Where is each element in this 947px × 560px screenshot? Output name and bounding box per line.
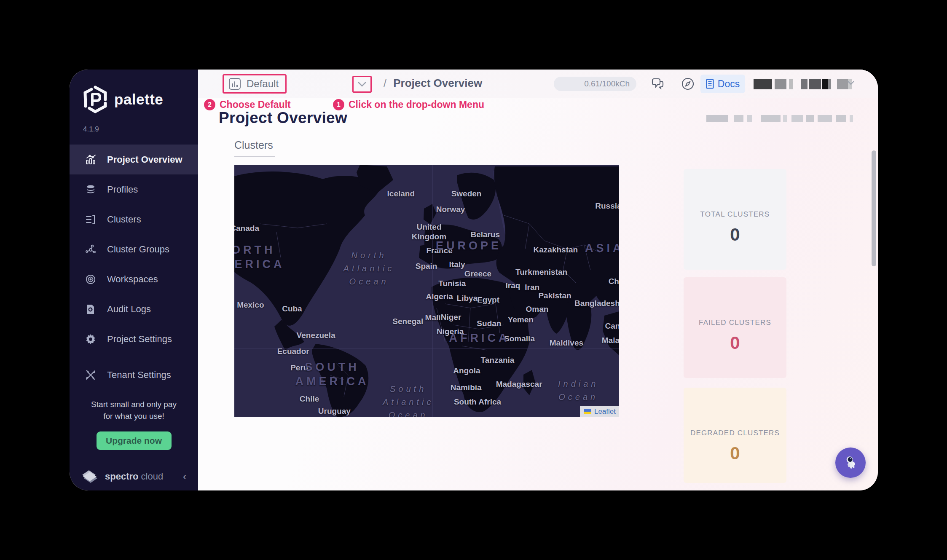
upgrade-now-button[interactable]: Upgrade now <box>97 431 172 450</box>
redacted-block <box>752 115 761 122</box>
redacted-block <box>809 79 821 89</box>
sidebar-item-audit-logs[interactable]: Audit Logs <box>70 294 198 324</box>
redacted-block <box>743 115 747 122</box>
redacted-block <box>831 79 837 89</box>
sidebar-item-label: Tenant Settings <box>107 370 171 380</box>
world-landmass <box>234 165 619 417</box>
ukraine-flag-icon <box>584 409 591 414</box>
sidebar-item-label: Project Overview <box>107 154 182 165</box>
redacted-block <box>706 115 728 122</box>
profiles-icon <box>84 183 97 196</box>
spectro-cloud-wordmark: spectro cloud <box>105 471 163 482</box>
annotation-number-badge: 1 <box>333 99 344 110</box>
docs-label: Docs <box>718 78 740 90</box>
sidebar-item-project-overview[interactable]: Project Overview <box>70 145 198 174</box>
upgrade-promo: Start small and only pay for what you us… <box>70 399 198 462</box>
redacted-block <box>754 79 772 89</box>
chevron-down-icon <box>357 81 367 87</box>
sidebar-item-cluster-groups[interactable]: Cluster Groups <box>70 234 198 264</box>
stat-card-total-clusters: TOTAL CLUSTERS0 <box>684 169 786 270</box>
project-dropdown-button[interactable] <box>352 76 372 93</box>
redacted-block <box>761 115 781 122</box>
stat-card-label: FAILED CLUSTERS <box>699 319 771 327</box>
project-settings-icon <box>84 333 97 346</box>
breadcrumb-separator: / <box>384 77 386 90</box>
redacted-block <box>846 115 850 122</box>
redacted-block <box>783 115 787 122</box>
stat-card-degraded-clusters: DEGRADED CLUSTERS0 <box>684 388 786 483</box>
redacted-block <box>850 115 853 122</box>
tenant-settings-icon <box>84 369 97 381</box>
redacted-block <box>775 79 786 89</box>
sidebar-item-label: Workspaces <box>107 274 158 285</box>
brand-row: palette <box>70 70 198 113</box>
app-version: 4.1.9 <box>70 113 198 145</box>
annotation-step-2: 2Choose Default <box>204 99 291 110</box>
redacted-block <box>787 115 791 122</box>
annotation-step-1: 1Click on the drop-down Menu <box>333 99 484 110</box>
redacted-block <box>818 115 832 122</box>
sidebar-collapse-icon[interactable]: ‹ <box>183 471 186 482</box>
stat-card-failed-clusters: FAILED CLUSTERS0 <box>684 277 786 378</box>
cluster-groups-icon <box>84 243 97 256</box>
workspaces-icon <box>84 273 97 286</box>
sidebar-item-workspaces[interactable]: Workspaces <box>70 264 198 294</box>
header-redacted-text <box>706 115 853 122</box>
stat-card-value: 0 <box>730 443 740 464</box>
page-title: Project Overview <box>219 109 347 127</box>
palette-logo-icon <box>82 86 108 113</box>
screenshot-letterbox: palette 4.1.9 Project OverviewProfilesCl… <box>0 0 947 560</box>
sidebar-item-tenant-settings[interactable]: Tenant Settings <box>70 360 198 390</box>
tab-underline <box>234 156 275 157</box>
brand-name: palette <box>114 91 163 108</box>
docs-book-icon <box>706 79 714 89</box>
redacted-block <box>814 115 818 122</box>
redacted-block <box>734 115 743 122</box>
redacted-block <box>789 79 793 89</box>
annotation-text: Choose Default <box>220 99 291 110</box>
assistant-fab-button[interactable] <box>835 447 866 478</box>
sidebar-item-profiles[interactable]: Profiles <box>70 174 198 204</box>
redacted-block <box>747 115 752 122</box>
redacted-block <box>791 115 803 122</box>
scrollbar-thumb[interactable] <box>872 150 876 266</box>
annotation-number-badge: 2 <box>204 99 215 110</box>
usage-badge: 0.61/100kCh <box>554 77 636 91</box>
sidebar-item-label: Audit Logs <box>107 304 151 315</box>
sidebar-item-label: Cluster Groups <box>107 244 169 255</box>
sidebar-nav: Project OverviewProfilesClustersCluster … <box>70 145 198 390</box>
project-chart-icon <box>229 78 241 90</box>
breadcrumb-current[interactable]: Project Overview <box>393 77 482 90</box>
sidebar-item-label: Project Settings <box>107 334 172 345</box>
sidebar-item-clusters[interactable]: Clusters <box>70 204 198 234</box>
spectro-cloud-logo-icon <box>80 468 99 485</box>
sidebar: palette 4.1.9 Project OverviewProfilesCl… <box>70 70 198 490</box>
redacted-block <box>793 79 801 89</box>
stat-card-label: DEGRADED CLUSTERS <box>690 429 780 437</box>
sidebar-item-label: Clusters <box>107 214 141 225</box>
leaflet-link[interactable]: Leaflet <box>594 407 616 416</box>
docs-button[interactable]: Docs <box>700 75 745 93</box>
sidebar-footer: spectro cloud ‹ <box>70 462 198 490</box>
breadcrumb: / Project Overview <box>384 77 482 90</box>
project-selector[interactable]: Default <box>223 74 287 94</box>
annotation-text: Click on the drop-down Menu <box>349 99 484 110</box>
sidebar-item-label: Profiles <box>107 184 138 195</box>
main-content: Default / Project Overview 0.61/100kCh D… <box>198 70 878 490</box>
redacted-block <box>728 115 734 122</box>
user-menu-redacted[interactable] <box>754 79 852 89</box>
compass-icon[interactable] <box>679 75 696 92</box>
redacted-block <box>822 79 828 89</box>
redacted-block <box>837 79 848 89</box>
map-attribution: Leaflet <box>580 406 619 417</box>
chat-icon[interactable] <box>649 75 666 92</box>
tab-clusters[interactable]: Clusters <box>234 139 273 151</box>
promo-text: Start small and only pay for what you us… <box>78 399 190 422</box>
clusters-world-map[interactable]: CanadaIcelandSwedenNorwayRussiaUnited Ki… <box>234 165 619 417</box>
project-selector-label: Default <box>247 78 279 90</box>
redacted-block <box>832 115 836 122</box>
stat-card-value: 0 <box>730 333 740 353</box>
user-chevron-down-icon[interactable] <box>847 80 855 86</box>
sidebar-item-project-settings[interactable]: Project Settings <box>70 324 198 354</box>
redacted-block <box>806 115 814 122</box>
